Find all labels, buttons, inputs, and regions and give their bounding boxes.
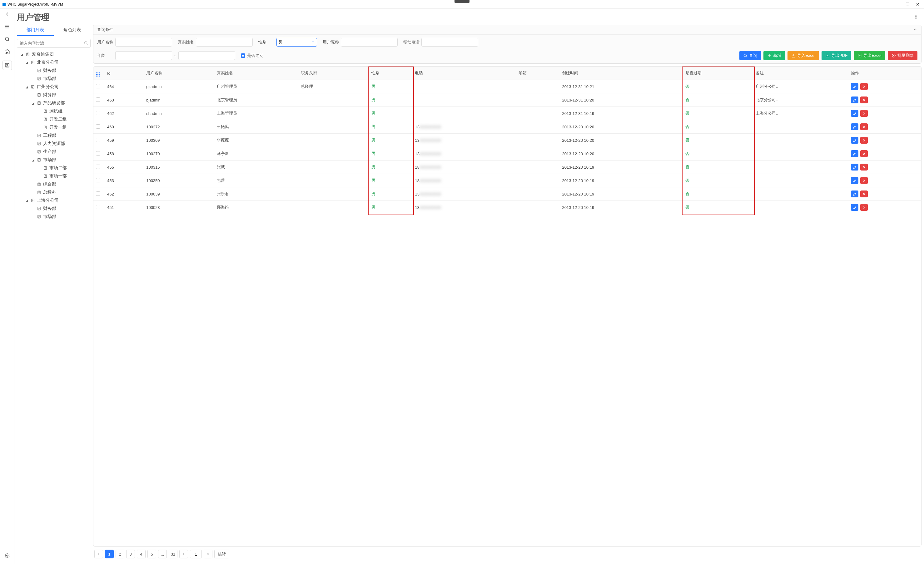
select-gender[interactable]: 男: [276, 38, 317, 46]
import-excel-button[interactable]: 导入Excel: [788, 51, 819, 60]
batch-delete-button[interactable]: 批量删除: [888, 51, 918, 60]
tree-node[interactable]: ◢市场部: [17, 156, 91, 164]
row-checkbox[interactable]: [96, 84, 100, 88]
checkbox-expired[interactable]: [241, 53, 245, 58]
tree-node[interactable]: 市场部: [17, 213, 91, 221]
th-remark[interactable]: 备注: [753, 66, 848, 80]
edit-button[interactable]: [851, 164, 858, 171]
delete-button[interactable]: [860, 96, 868, 104]
dept-tree[interactable]: ◢爱奇迪集团◢北京分公司财务部市场部◢广州分公司财务部◢产品研发部测试组开发二组…: [17, 50, 91, 561]
table-row[interactable]: 453 100350 包蕾 男 18XXXXXXXX 2013-12-20 10…: [93, 174, 921, 188]
page-jump-button[interactable]: 跳转: [214, 550, 229, 558]
delete-button[interactable]: [860, 83, 868, 90]
table-row[interactable]: 455 100315 张慧 男 18XXXXXXXX 2013-12-20 10…: [93, 160, 921, 174]
tree-node[interactable]: 开发二组: [17, 115, 91, 123]
th-created[interactable]: 创建时间: [560, 66, 682, 80]
tree-filter-input[interactable]: [17, 39, 91, 48]
search-icon[interactable]: [4, 36, 10, 42]
input-username[interactable]: [115, 38, 172, 46]
maximize-button[interactable]: ☐: [906, 2, 910, 7]
th-ops[interactable]: 操作: [848, 66, 921, 80]
add-button[interactable]: 新增: [764, 51, 785, 60]
delete-button[interactable]: [860, 137, 868, 144]
input-realname[interactable]: [196, 38, 253, 46]
edit-button[interactable]: [851, 83, 858, 90]
search-button[interactable]: 查询: [740, 51, 761, 60]
menu-icon[interactable]: [4, 23, 10, 30]
settings-icon[interactable]: [4, 552, 10, 559]
delete-button[interactable]: [860, 150, 868, 157]
delete-button[interactable]: [860, 177, 868, 184]
tree-node[interactable]: 总经办: [17, 188, 91, 196]
th-expired[interactable]: 是否过期: [683, 66, 753, 80]
users-icon[interactable]: [3, 61, 12, 70]
edit-button[interactable]: [851, 137, 858, 144]
caret-icon[interactable]: ◢: [21, 53, 24, 56]
tree-node[interactable]: ◢上海分公司: [17, 196, 91, 204]
edit-button[interactable]: [851, 177, 858, 184]
caret-icon[interactable]: ◢: [32, 158, 35, 162]
tab-dept-list[interactable]: 部门列表: [17, 25, 54, 36]
tree-node[interactable]: 生产部: [17, 148, 91, 156]
page-number[interactable]: 3: [126, 550, 135, 558]
row-checkbox[interactable]: [96, 165, 100, 169]
th-phone[interactable]: 电话: [412, 66, 516, 80]
row-checkbox[interactable]: [96, 124, 100, 129]
row-checkbox[interactable]: [96, 111, 100, 115]
caret-icon[interactable]: ◢: [26, 85, 29, 89]
table-row[interactable]: 464 gzadmin 广州管理员 总经理 男 2013-12-31 10:21…: [93, 80, 921, 93]
table-row[interactable]: 460 100272 王艳凤 男 13XXXXXXXX 2013-12-20 1…: [93, 120, 921, 134]
tree-node[interactable]: ◢爱奇迪集团: [17, 50, 91, 58]
edit-button[interactable]: [851, 123, 858, 130]
edit-button[interactable]: [851, 204, 858, 211]
back-icon[interactable]: [4, 10, 10, 18]
row-checkbox[interactable]: [96, 138, 100, 142]
delete-button[interactable]: [860, 190, 868, 197]
row-checkbox[interactable]: [96, 191, 100, 196]
delete-button[interactable]: [860, 204, 868, 211]
input-age-from[interactable]: [115, 51, 172, 60]
tree-node[interactable]: ◢广州分公司: [17, 83, 91, 91]
table-row[interactable]: 462 shadmin 上海管理员 男 2013-12-31 10:19 否 上…: [93, 107, 921, 120]
page-goto-input[interactable]: [190, 550, 202, 558]
row-checkbox[interactable]: [96, 178, 100, 182]
caret-icon[interactable]: ◢: [32, 102, 35, 105]
table-row[interactable]: 459 100309 李薇薇 男 13XXXXXXXX 2013-12-20 1…: [93, 134, 921, 147]
page-number[interactable]: 2: [116, 550, 124, 558]
filter-search-icon[interactable]: [84, 40, 88, 46]
edit-button[interactable]: [851, 110, 858, 117]
th-title[interactable]: 职务头衔: [298, 66, 369, 80]
tree-node[interactable]: 财务部: [17, 66, 91, 75]
tree-node[interactable]: 市场二部: [17, 164, 91, 172]
edit-button[interactable]: [851, 190, 858, 197]
row-checkbox[interactable]: [96, 98, 100, 102]
home-icon[interactable]: [4, 48, 10, 55]
row-checkbox[interactable]: [96, 151, 100, 156]
th-id[interactable]: Id: [105, 66, 144, 80]
page-number[interactable]: 4: [137, 550, 146, 558]
table-row[interactable]: 451 100023 邱海维 男 13XXXXXXXX 2013-12-20 1…: [93, 201, 921, 214]
table-row[interactable]: 452 100039 张乐君 男 13XXXXXXXX 2013-12-20 1…: [93, 188, 921, 201]
minimize-button[interactable]: —: [895, 2, 899, 7]
delete-button[interactable]: [860, 123, 868, 130]
th-gender[interactable]: 性别: [369, 66, 412, 80]
close-button[interactable]: ✕: [916, 2, 920, 7]
tree-node[interactable]: 财务部: [17, 204, 91, 213]
table-row[interactable]: 458 100270 马亭新 男 13XXXXXXXX 2013-12-20 1…: [93, 147, 921, 160]
tree-node[interactable]: ◢北京分公司: [17, 58, 91, 66]
tree-node[interactable]: 市场一部: [17, 172, 91, 180]
tree-node[interactable]: 测试组: [17, 107, 91, 115]
tree-node[interactable]: 开发一组: [17, 123, 91, 132]
th-username[interactable]: 用户名称: [144, 66, 214, 80]
page-number[interactable]: 1: [105, 550, 114, 558]
th-email[interactable]: 邮箱: [516, 66, 560, 80]
caret-icon[interactable]: ◢: [26, 199, 29, 202]
export-excel-button[interactable]: 导出Excel: [854, 51, 885, 60]
row-checkbox[interactable]: [96, 205, 100, 209]
page-number[interactable]: 31: [169, 550, 177, 558]
page-goto-clear[interactable]: ×: [204, 550, 212, 558]
input-nickname[interactable]: [341, 38, 398, 46]
input-mobile[interactable]: [422, 38, 478, 46]
page-prev[interactable]: [94, 550, 103, 558]
tree-node[interactable]: 人力资源部: [17, 140, 91, 148]
